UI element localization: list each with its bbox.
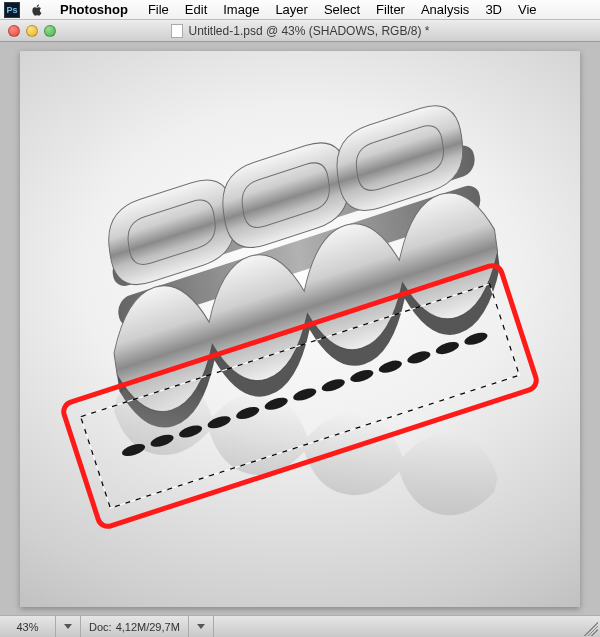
menu-analysis[interactable]: Analysis [413,2,477,17]
svg-point-13 [434,339,460,356]
status-popup-2[interactable] [189,616,214,637]
zoom-field[interactable]: 43% [0,616,56,637]
status-popup-1[interactable] [56,616,81,637]
photoshop-app-icon: Ps [4,2,20,18]
zoom-value: 43% [16,621,38,633]
document-titlebar[interactable]: Untitled-1.psd @ 43% (SHADOWS, RGB/8) * [0,20,600,42]
svg-point-12 [406,348,432,365]
menu-select[interactable]: Select [316,2,368,17]
svg-point-11 [377,358,403,375]
menu-filter[interactable]: Filter [368,2,413,17]
menu-layer[interactable]: Layer [267,2,316,17]
app-name[interactable]: Photoshop [52,2,136,17]
svg-point-8 [292,385,318,402]
minimize-button[interactable] [26,25,38,37]
doc-size: 4,12M/29,7M [116,621,180,633]
menubar: Ps Photoshop File Edit Image Layer Selec… [0,0,600,20]
popup-triangle-icon [197,624,205,629]
document-title-text: Untitled-1.psd @ 43% (SHADOWS, RGB/8) * [189,24,430,38]
artwork-3d-lettering [20,51,580,607]
doc-size-segment[interactable]: Doc: 4,12M/29,7M [81,616,189,637]
popup-triangle-icon [64,624,72,629]
document-icon [171,24,183,38]
window-controls [0,25,56,37]
canvas-workspace[interactable] [0,42,600,615]
menu-edit[interactable]: Edit [177,2,215,17]
menu-file[interactable]: File [140,2,177,17]
close-button[interactable] [8,25,20,37]
menu-view-cut[interactable]: Vie [510,2,545,17]
svg-point-9 [320,376,346,393]
resize-grip-icon[interactable] [580,618,598,636]
menu-image[interactable]: Image [215,2,267,17]
artboard[interactable] [20,51,580,607]
apple-menu-icon[interactable] [30,3,44,17]
svg-point-10 [349,367,375,384]
svg-point-14 [463,330,489,347]
statusbar: 43% Doc: 4,12M/29,7M [0,615,600,637]
menu-3d[interactable]: 3D [477,2,510,17]
document-title: Untitled-1.psd @ 43% (SHADOWS, RGB/8) * [0,24,600,38]
zoom-button[interactable] [44,25,56,37]
doc-label: Doc: [89,621,112,633]
